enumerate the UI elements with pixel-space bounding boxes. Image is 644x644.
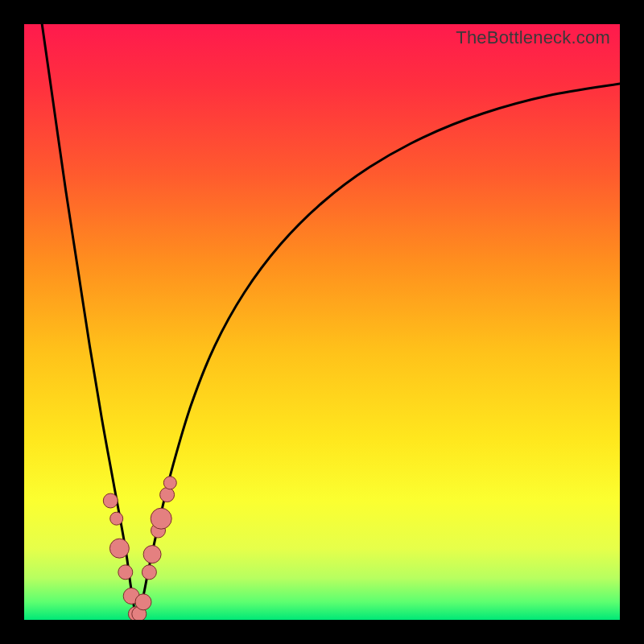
- data-marker: [109, 539, 129, 558]
- marker-group: [103, 477, 176, 620]
- data-marker: [160, 488, 175, 502]
- data-marker: [118, 565, 133, 580]
- data-marker: [143, 546, 161, 564]
- watermark-text: TheBottleneck.com: [456, 27, 610, 48]
- chart-frame: TheBottleneck.com: [0, 0, 644, 644]
- data-marker: [142, 565, 156, 580]
- data-marker: [103, 493, 118, 508]
- data-marker: [151, 508, 171, 529]
- data-marker: [110, 512, 123, 525]
- plot-area: TheBottleneck.com: [24, 24, 620, 620]
- curve-layer: [24, 24, 620, 620]
- data-marker: [135, 594, 151, 610]
- data-marker: [163, 477, 176, 489]
- bottleneck-curve: [42, 24, 620, 620]
